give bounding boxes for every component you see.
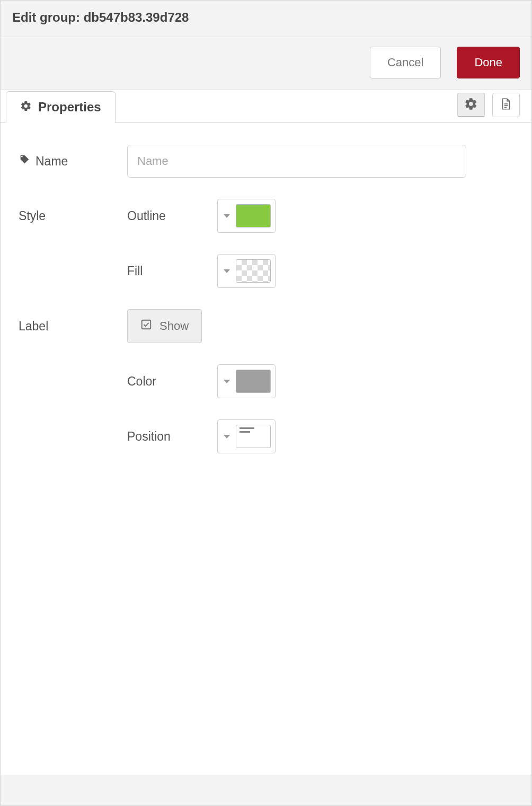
gear-icon [464,97,478,113]
show-label-text: Show [159,319,189,333]
file-text-icon [499,97,513,113]
cancel-button[interactable]: Cancel [370,47,441,78]
properties-panel: Name Style Outline Fill Label [1,122,531,775]
label-position-swatch [236,425,271,448]
gear-icon [20,100,32,114]
info-view-button[interactable] [492,93,520,117]
name-input[interactable] [127,145,466,178]
fill-label: Fill [127,264,217,278]
dialog-footer [1,775,531,805]
chevron-down-icon [218,214,236,218]
style-label: Style [19,209,127,223]
row-label-show: Label Show [19,309,513,343]
name-label: Name [36,154,68,169]
edit-group-dialog: Edit group: db547b83.39d728 Cancel Done … [0,0,532,806]
fill-color-picker[interactable] [217,254,276,288]
tab-properties-label: Properties [38,100,101,115]
name-label-wrap: Name [19,154,127,169]
tabs-row: Properties [1,90,531,122]
label-color-picker[interactable] [217,364,276,398]
row-name: Name [19,145,513,178]
fill-color-swatch [236,259,271,283]
row-label-color: Color [19,364,513,398]
tag-icon [19,154,30,169]
dialog-title: Edit group: db547b83.39d728 [12,10,520,25]
outline-color-picker[interactable] [217,199,276,233]
tab-properties[interactable]: Properties [6,91,116,122]
chevron-down-icon [218,380,236,383]
svg-rect-3 [142,320,151,329]
label-position-picker[interactable] [217,419,276,453]
row-style-outline: Style Outline [19,199,513,233]
outline-color-swatch [236,204,271,227]
chevron-down-icon [218,269,236,273]
outline-label: Outline [127,209,217,223]
tabs-right-actions [457,90,520,122]
chevron-down-icon [218,435,236,439]
dialog-button-bar: Cancel Done [1,37,531,90]
label-section-label: Label [19,319,127,334]
label-color-label: Color [127,374,217,389]
settings-view-button[interactable] [457,93,485,117]
dialog-header: Edit group: db547b83.39d728 [1,1,531,37]
done-button[interactable]: Done [457,47,520,78]
label-position-label: Position [127,430,217,444]
row-style-fill: Fill [19,254,513,288]
row-label-position: Position [19,419,513,453]
show-label-toggle[interactable]: Show [127,309,202,343]
label-color-swatch [236,370,271,393]
check-square-icon [140,319,152,334]
